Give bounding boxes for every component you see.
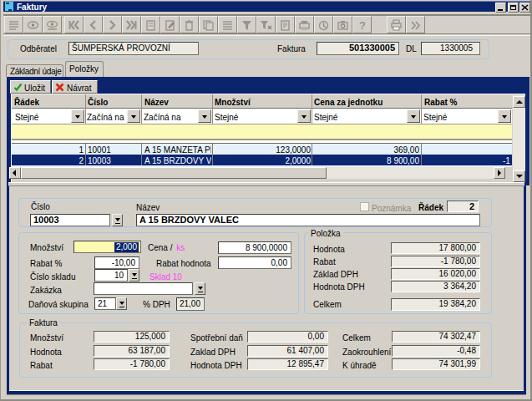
svg-text:?: ?	[359, 19, 366, 31]
